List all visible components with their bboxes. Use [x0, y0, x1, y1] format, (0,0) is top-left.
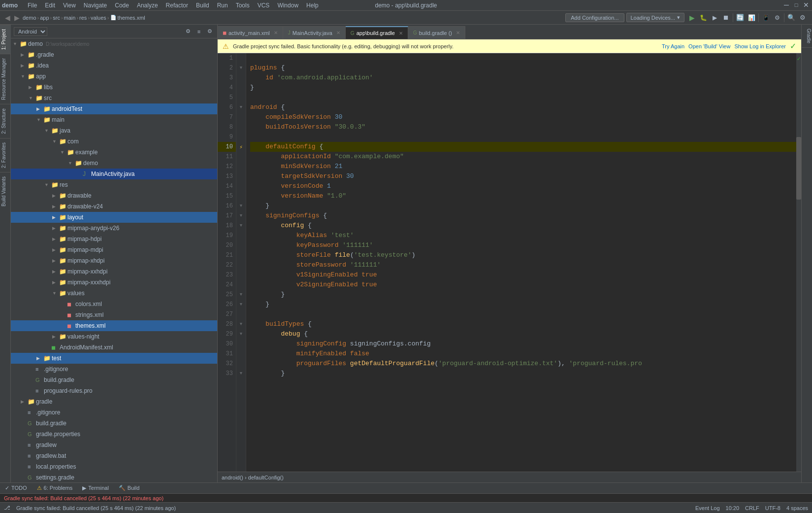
status-indent[interactable]: 4 spaces	[786, 505, 808, 511]
code-editor[interactable]: 1 2 3 4 5 6 7 8 9 10 11 12 13 14 15 16 1	[218, 53, 801, 472]
tree-item-androidtest[interactable]: ▶ 📁 androidTest	[11, 103, 217, 114]
tree-item-androidmanifest[interactable]: ◼ AndroidManifest.xml	[11, 342, 217, 353]
tree-item-colors-xml[interactable]: ◼ colors.xml	[11, 299, 217, 309]
breadcrumb-item-main[interactable]: main	[64, 15, 76, 21]
sidebar-tab-favorites[interactable]: 2: Favorites	[0, 138, 11, 172]
loading-devices-dropdown[interactable]: Loading Devices... ▾	[626, 13, 685, 22]
nav-forward[interactable]: ▶	[13, 13, 21, 23]
panel-sync-icon[interactable]: ⚙	[184, 27, 193, 36]
tab-mainactivity-java[interactable]: J MainActivity.java ✕	[283, 26, 346, 39]
tree-item-example[interactable]: ▼ 📁 example	[11, 147, 217, 158]
maximize-btn[interactable]: □	[792, 1, 800, 9]
show-log-in-explorer-link[interactable]: Show Log in Explorer	[734, 43, 786, 49]
tree-item-gradle-folder[interactable]: ▶ 📁 gradle	[11, 396, 217, 407]
tree-item-com[interactable]: ▼ 📁 com	[11, 136, 217, 147]
tree-item-mipmap-xxhdpi[interactable]: ▶ 📁 mipmap-xxhdpi	[11, 266, 217, 277]
editor-scrollbar[interactable]: ✓	[796, 53, 801, 472]
gradle-tab[interactable]: Gradle	[802, 25, 812, 48]
nav-back[interactable]: ◀	[4, 13, 11, 23]
menu-navigate[interactable]: Navigate	[80, 1, 111, 10]
breadcrumb-android[interactable]: android() › defaultConfig()	[222, 475, 284, 480]
tree-item-demo[interactable]: ▼ 📁 demo D:\workspace\demo	[11, 38, 217, 49]
run-coverage-icon[interactable]: ▶	[709, 12, 720, 23]
tree-item-buildgradle-app[interactable]: G build.gradle	[11, 375, 217, 385]
tree-item-demo-sub[interactable]: ▼ 📁 demo	[11, 158, 217, 169]
android-view-selector[interactable]: Android Project	[14, 27, 47, 36]
menu-edit[interactable]: Edit	[41, 1, 59, 10]
sidebar-tab-resource[interactable]: Resource Manager	[0, 54, 11, 104]
tree-item-drawable-v24[interactable]: ▶ 📁 drawable-v24	[11, 201, 217, 212]
project-tree[interactable]: ▼ 📁 demo D:\workspace\demo ▶ 📁 .gradle ▶…	[11, 38, 217, 482]
debug-icon[interactable]: 🐛	[698, 12, 709, 23]
tree-item-gitignore-app[interactable]: ≡ .gitignore	[11, 364, 217, 375]
bottom-tab-problems[interactable]: ⚠ 6: Problems	[32, 482, 78, 493]
menu-tools[interactable]: Tools	[232, 1, 254, 10]
tree-item-gradlew-bat[interactable]: ≡ gradlew.bat	[11, 450, 217, 461]
tree-item-gradlew[interactable]: ≡ gradlew	[11, 440, 217, 450]
event-log-link[interactable]: Event Log	[695, 505, 720, 511]
profile-icon[interactable]: 📊	[746, 12, 757, 23]
bottom-tab-todo[interactable]: ✓ TODO	[0, 482, 32, 493]
tree-item-layout[interactable]: ▶ 📁 layout	[11, 212, 217, 223]
tree-item-java[interactable]: ▼ 📁 java	[11, 125, 217, 136]
tree-item-res[interactable]: ▼ 📁 res	[11, 179, 217, 190]
menu-code[interactable]: Code	[111, 1, 133, 10]
menu-analyze[interactable]: Analyze	[133, 1, 162, 10]
tree-item-buildgradle-root[interactable]: G build.gradle	[11, 418, 217, 429]
settings-icon[interactable]: ⚙	[797, 12, 808, 23]
tree-item-mipmap-xxxhdpi[interactable]: ▶ 📁 mipmap-xxxhdpi	[11, 277, 217, 288]
code-content[interactable]: plugins { id 'com.android.application' }	[246, 53, 796, 472]
close-btn[interactable]: ✕	[802, 1, 810, 9]
tree-item-libs[interactable]: ▶ 📁 libs	[11, 82, 217, 93]
open-build-view-link[interactable]: Open 'Build' View	[688, 43, 730, 49]
tab-close-mainactivity[interactable]: ✕	[336, 30, 340, 35]
breadcrumb-item-themes[interactable]: 📄 themes.xml	[110, 15, 145, 21]
breadcrumb-item-res[interactable]: res	[79, 15, 87, 21]
tree-item-app[interactable]: ▼ 📁 app	[11, 71, 217, 82]
tree-item-themes-xml[interactable]: ◼ themes.xml	[11, 320, 217, 331]
breadcrumb-item-values[interactable]: values	[91, 15, 106, 21]
tab-app-build-gradle[interactable]: G app\build.gradle ✕	[346, 26, 408, 39]
stop-icon[interactable]: ⏹	[720, 12, 731, 23]
tree-item-gradle-hidden[interactable]: ▶ 📁 .gradle	[11, 49, 217, 60]
add-configuration-button[interactable]: Add Configuration...	[565, 13, 624, 22]
run-icon[interactable]: ▶	[686, 12, 697, 23]
sync-icon[interactable]: 🔄	[735, 12, 746, 23]
tab-close-activity-main[interactable]: ✕	[274, 30, 278, 35]
sidebar-tab-project[interactable]: 1: Project	[0, 25, 11, 54]
tree-item-values-night[interactable]: ▶ 📁 values-night	[11, 331, 217, 342]
tree-item-settings-gradle[interactable]: G settings.gradle	[11, 472, 217, 482]
bottom-tab-build[interactable]: 🔨 Build	[114, 482, 144, 493]
sdk-icon[interactable]: ⚙	[772, 12, 782, 23]
tree-item-drawable[interactable]: ▶ 📁 drawable	[11, 190, 217, 201]
tree-item-mipmap-anydpi[interactable]: ▶ 📁 mipmap-anydpi-v26	[11, 223, 217, 234]
menu-build[interactable]: Build	[192, 1, 213, 10]
tree-item-local-properties[interactable]: ≡ local.properties	[11, 461, 217, 472]
menu-window[interactable]: Window	[273, 1, 302, 10]
minimize-btn[interactable]: ─	[782, 1, 790, 9]
menu-run[interactable]: Run	[213, 1, 232, 10]
panel-gear-icon[interactable]: ≡	[195, 27, 203, 36]
tab-close-app-build-gradle[interactable]: ✕	[399, 31, 403, 36]
panel-settings-icon[interactable]: ⚙	[205, 27, 214, 36]
menu-file[interactable]: File	[24, 1, 41, 10]
menu-help[interactable]: Help	[302, 1, 323, 10]
tree-item-mipmap-xhdpi[interactable]: ▶ 📁 mipmap-xhdpi	[11, 255, 217, 266]
tab-build-gradle-root[interactable]: G build.gradle () ✕	[408, 26, 465, 39]
breadcrumb-item-app[interactable]: app	[40, 15, 49, 21]
tree-item-mipmap-mdpi[interactable]: ▶ 📁 mipmap-mdpi	[11, 244, 217, 255]
menu-vcs[interactable]: VCS	[254, 1, 274, 10]
menu-view[interactable]: View	[59, 1, 80, 10]
tree-item-values[interactable]: ▼ 📁 values	[11, 288, 217, 299]
menu-refactor[interactable]: Refactor	[162, 1, 192, 10]
search-everywhere-icon[interactable]: 🔍	[786, 12, 797, 23]
tree-item-src[interactable]: ▼ 📁 src	[11, 93, 217, 103]
try-again-link[interactable]: Try Again	[662, 43, 684, 49]
breadcrumb-item-demo[interactable]: demo	[23, 15, 36, 21]
tree-item-mipmap-hdpi[interactable]: ▶ 📁 mipmap-hdpi	[11, 234, 217, 244]
tree-item-idea[interactable]: ▶ 📁 .idea	[11, 60, 217, 71]
tree-item-gradle-properties[interactable]: G gradle.properties	[11, 429, 217, 440]
tree-item-test[interactable]: ▶ 📁 test	[11, 353, 217, 364]
breadcrumb-item-src[interactable]: src	[53, 15, 60, 21]
tree-item-strings-xml[interactable]: ◼ strings.xml	[11, 309, 217, 320]
